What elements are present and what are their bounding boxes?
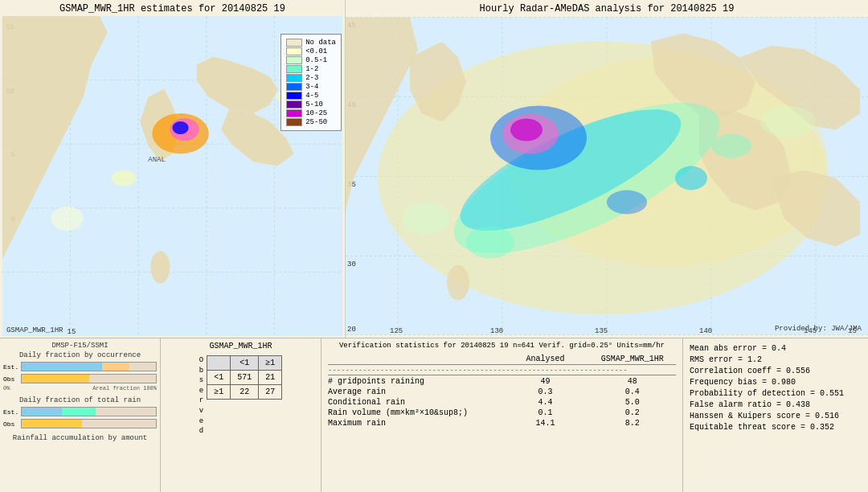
metric-freq-bias: Frequency bias = 0.980	[690, 378, 862, 387]
occurrence-title: Daily fraction by occurrence	[3, 351, 157, 359]
main-container: GSMAP_MWR_1HR estimates for 20140825 19 …	[0, 0, 868, 492]
metric-hks: Hanssen & Kuipers score = 0.516	[690, 412, 862, 420]
svg-text:135: 135	[595, 327, 608, 335]
contingency-cell-27: 27	[259, 385, 282, 400]
accumulation-label: Rainfall accumulation by amount	[3, 434, 157, 442]
verification-stats-panel: Verification statistics for 20140825 19 …	[321, 338, 683, 492]
legend-color-5	[286, 100, 302, 109]
stat-row-avg-rain: Average rain 0.3 0.4	[328, 387, 676, 396]
legend-label-5: 5-10	[305, 100, 323, 109]
svg-text:30: 30	[347, 260, 356, 269]
svg-text:ANAL: ANAL	[148, 155, 166, 164]
svg-point-65	[675, 166, 707, 191]
stat-row-gridpoints: # gridpoints raining 49 48	[328, 377, 676, 386]
stat-row-cond-rain: Conditional rain 4.4 5.0	[328, 398, 676, 407]
contingency-panel: GSMAP_MWR_1HR Observed <1 ≥1	[161, 338, 321, 492]
legend-item-nodata: No data	[286, 39, 336, 47]
svg-point-67	[402, 203, 450, 235]
contingency-cell-label-ge1: ≥1	[207, 385, 231, 400]
legend-item-4: 4-5	[286, 92, 336, 100]
svg-point-23	[51, 207, 83, 231]
contingency-row-ge1: ≥1 22 27	[207, 385, 282, 400]
metric-pod: Probability of detection = 0.551	[690, 389, 862, 398]
contingency-header-empty	[207, 356, 231, 371]
svg-point-21	[112, 170, 136, 186]
metric-mae: Mean abs error = 0.4	[690, 344, 862, 353]
metric-ets: Equitable threat score = 0.352	[690, 423, 862, 432]
svg-point-17	[150, 251, 170, 283]
metric-rms: RMS error = 1.2	[690, 355, 862, 364]
legend-color-001	[286, 47, 302, 55]
right-map-panel: Hourly Radar-AMeDAS analysis for 2014082…	[346, 0, 868, 338]
provided-by-label: Provided by: JWA/JMA	[775, 325, 862, 333]
legend-label-25: 25-50	[305, 118, 327, 126]
total-rain-title: Daily fraction of total rain	[3, 396, 157, 404]
svg-point-68	[760, 106, 816, 138]
left-map-title: GSMAP_MWR_1HR estimates for 20140825 19	[0, 0, 345, 16]
legend-item-25: 25-50	[286, 118, 336, 126]
legend-label-2: 2-3	[305, 74, 318, 82]
contingency-cell-22: 22	[231, 385, 259, 400]
legend-color-4	[286, 92, 302, 100]
legend-item-1: 1-2	[286, 65, 336, 73]
contingency-title: GSMAP_MWR_1HR	[164, 342, 317, 351]
svg-point-20	[173, 121, 189, 134]
total-rain-section: Daily fraction of total rain Est. Obs	[3, 396, 157, 429]
svg-text:125: 125	[390, 327, 403, 335]
svg-text:GSMAP_MWR_1HR: GSMAP_MWR_1HR	[6, 326, 63, 334]
right-map-canvas: 45 40 35 30 20 125 130 135 140 145 15	[346, 16, 868, 336]
contingency-cell-571: 571	[231, 371, 259, 385]
legend-box: No data <0.01 0.5-1 1-2	[280, 34, 342, 131]
svg-text:20: 20	[347, 326, 356, 334]
bottom-section: DMSP-F15/SSMI Daily fraction by occurren…	[0, 338, 868, 492]
occurrence-section: Daily fraction by occurrence Est. Obs 0%	[3, 351, 157, 392]
contingency-header-ge1: ≥1	[259, 356, 282, 371]
contingency-table: <1 ≥1 <1 571 21 ≥1	[207, 355, 282, 400]
occurrence-axis: 0% Areal fraction 100%	[3, 385, 157, 392]
svg-text:130: 130	[490, 327, 503, 335]
legend-color-25	[286, 118, 302, 126]
svg-point-66	[711, 134, 751, 158]
legend-color-10	[286, 109, 302, 117]
legend-item-3: 3-4	[286, 83, 336, 91]
stat-row-max-rain: Maximum rain 14.1 8.2	[328, 419, 676, 428]
legend-item-5: 5-10	[286, 100, 336, 109]
legend-item-001: <0.01	[286, 47, 336, 55]
legend-label-4: 4-5	[305, 92, 318, 100]
svg-point-63	[466, 227, 514, 259]
stat-row-volume: Rain volume (mm×km²×10&sup8;) 0.1 0.2	[328, 408, 676, 417]
metrics-list: Mean abs error = 0.4 RMS error = 1.2 Cor…	[690, 344, 862, 432]
legend-label-05: 0.5-1	[305, 56, 327, 64]
legend-label-3: 3-4	[305, 83, 318, 91]
col-header-gsmap: GSMAP_MWR_1HR	[589, 355, 676, 363]
contingency-cell-21: 21	[259, 371, 282, 385]
svg-text:140: 140	[699, 327, 712, 335]
legend-color-1	[286, 65, 302, 73]
metric-corr: Correlation coeff = 0.556	[690, 367, 862, 375]
contingency-cell-label-lt1: <1	[207, 371, 231, 385]
svg-point-64	[607, 191, 647, 215]
legend-color-3	[286, 83, 302, 91]
metrics-panel: Mean abs error = 0.4 RMS error = 1.2 Cor…	[683, 338, 868, 492]
left-map-panel: GSMAP_MWR_1HR estimates for 20140825 19 …	[0, 0, 346, 338]
right-map-title: Hourly Radar-AMeDAS analysis for 2014082…	[346, 0, 868, 16]
legend-label-1: 1-2	[305, 65, 318, 73]
stats-title: Verification statistics for 20140825 19 …	[328, 342, 676, 350]
legend-label-nodata: No data	[305, 39, 336, 47]
legend-color-05	[286, 56, 302, 64]
legend-item-05: 0.5-1	[286, 56, 336, 64]
left-map-canvas: No data <0.01 0.5-1 1-2	[0, 16, 345, 336]
col-header-analysed: Analysed	[502, 355, 589, 363]
metric-far: False alarm ratio = 0.438	[690, 400, 862, 409]
svg-point-62	[510, 119, 542, 141]
top-section: GSMAP_MWR_1HR estimates for 20140825 19 …	[0, 0, 868, 338]
contingency-header-lt1: <1	[231, 356, 259, 371]
dmsp-title: DMSP-F15/SSMI	[3, 342, 157, 350]
legend-color-2	[286, 74, 302, 82]
svg-point-57	[447, 265, 469, 301]
legend-label-10: 10-25	[305, 109, 327, 117]
contingency-row-lt1: <1 571 21	[207, 371, 282, 385]
svg-text:15: 15	[68, 327, 76, 336]
legend-item-2: 2-3	[286, 74, 336, 82]
legend-label-001: <0.01	[305, 47, 327, 55]
